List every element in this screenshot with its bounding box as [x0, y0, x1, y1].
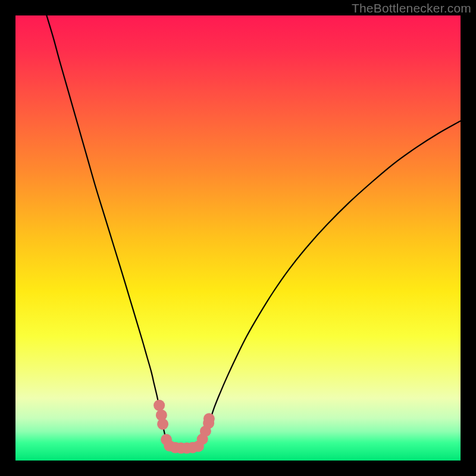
marker-dot [154, 400, 165, 411]
watermark-text: TheBottlenecker.com [352, 1, 471, 15]
chart-background [15, 15, 461, 461]
chart-plot [15, 15, 461, 461]
chart-frame: TheBottlenecker.com [0, 0, 476, 476]
marker-dot [157, 418, 168, 430]
marker-dot [203, 413, 215, 424]
